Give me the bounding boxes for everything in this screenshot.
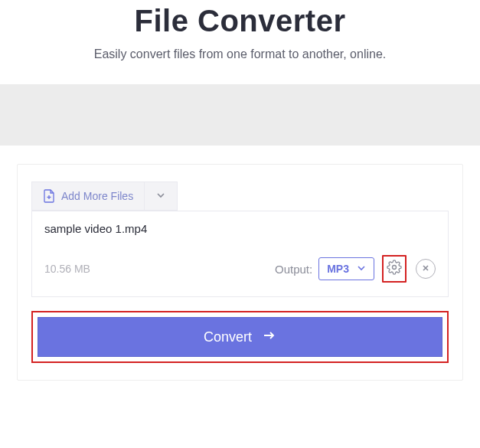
close-icon [421,262,430,276]
toolbar: Add More Files [31,181,449,211]
output-label: Output: [275,263,312,276]
output-format-value: MP3 [327,263,349,275]
add-more-files-label: Add More Files [61,190,133,202]
ad-banner [0,84,480,146]
page-subtitle: Easily convert files from one format to … [15,47,465,61]
file-item: sample video 1.mp4 10.56 MB Output: MP3 [31,211,449,297]
gear-icon [387,260,402,278]
settings-button[interactable] [387,260,402,278]
chevron-down-icon [155,190,166,203]
add-more-files-button[interactable]: Add More Files [31,181,144,211]
convert-button[interactable]: Convert [38,317,442,357]
file-add-icon [43,190,55,202]
svg-point-0 [393,266,397,270]
remove-file-button[interactable] [416,259,436,279]
convert-highlight: Convert [31,311,449,363]
file-size: 10.56 MB [44,263,275,275]
output-format-select[interactable]: MP3 [318,257,374,280]
converter-panel: Add More Files sample video 1.mp4 10.56 … [17,164,463,381]
page-title: File Converter [15,4,465,38]
arrow-right-icon [261,328,276,347]
add-more-dropdown-button[interactable] [144,181,178,211]
convert-button-label: Convert [204,329,252,345]
settings-highlight [382,255,407,283]
file-name: sample video 1.mp4 [44,222,436,235]
chevron-down-icon [357,263,366,275]
